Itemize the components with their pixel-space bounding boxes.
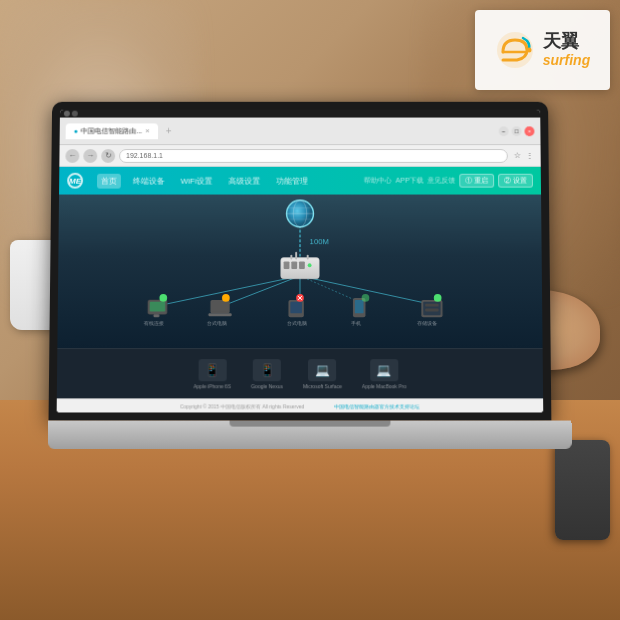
star-icon[interactable]: ☆ [512, 151, 522, 161]
device-label: Google Nexus [251, 383, 283, 389]
tianyi-text: 天翼 surfing [543, 32, 590, 68]
svg-point-23 [159, 294, 167, 302]
tianyi-logo: 天翼 surfing [475, 10, 610, 90]
laptop-screen: ● 中国电信智能路由... × + − □ × ← [57, 110, 544, 413]
brand-name-en: surfing [543, 52, 590, 68]
device-bar-item[interactable]: 📱 Apple iPhone 6S [193, 359, 231, 389]
minimize-icon[interactable]: − [499, 126, 509, 136]
maximize-icon[interactable]: □ [512, 126, 522, 136]
clock-time: 16:14 [514, 411, 539, 412]
iphone-icon: 📱 [198, 359, 226, 381]
surface-icon: 💻 [308, 359, 336, 381]
svg-rect-31 [290, 302, 302, 314]
address-text: 192.168.1.1 [126, 152, 163, 159]
taskbar-dot [72, 111, 78, 117]
svg-rect-27 [208, 313, 231, 316]
browser: ● 中国电信智能路由... × + − □ × ← [57, 118, 544, 413]
browser-nav: ← → ↻ 192.168.1.1 ☆ ⋮ [59, 145, 540, 167]
settings-icon[interactable]: ⋮ [525, 151, 535, 161]
svg-rect-43 [425, 309, 439, 312]
forward-button[interactable]: → [83, 149, 97, 163]
laptop-screen-outer: ● 中国电信智能路由... × + − □ × ← [49, 102, 552, 421]
nav-functions[interactable]: 功能管理 [272, 173, 312, 188]
nexus-icon: 📱 [253, 359, 281, 381]
svg-text:台式电脑: 台式电脑 [206, 320, 226, 326]
svg-rect-15 [299, 261, 305, 269]
svg-rect-13 [284, 261, 290, 269]
device-bar-item[interactable]: 📱 Google Nexus [251, 359, 283, 389]
device-label: Apple iPhone 6S [193, 383, 230, 389]
help-link[interactable]: 帮助中心 [364, 176, 392, 186]
svg-point-38 [362, 294, 370, 302]
svg-point-47 [526, 48, 531, 53]
device-bar-item[interactable]: 💻 Microsoft Surface [303, 359, 342, 389]
refresh-button[interactable]: ↻ [101, 149, 115, 163]
svg-rect-18 [295, 252, 297, 260]
svg-text:100M: 100M [310, 237, 329, 246]
feedback-link[interactable]: 意见反馈 [428, 176, 456, 186]
address-bar[interactable]: 192.168.1.1 [119, 149, 508, 163]
logo-text: ME [69, 176, 81, 185]
close-icon[interactable]: × [145, 126, 150, 135]
tianyi-logo-icon [495, 30, 535, 70]
win-clock: 16:14 2015/12/11 [514, 411, 539, 412]
svg-text:手机: 手机 [351, 320, 361, 326]
network-diagram: 100M [57, 195, 542, 349]
browser-tab[interactable]: ● 中国电信智能路由... × [66, 123, 158, 139]
app-logo-icon: ME [67, 173, 83, 189]
svg-line-2 [163, 276, 300, 305]
app-header: ME 首页 终端设备 Wi [59, 167, 541, 195]
svg-rect-22 [154, 314, 160, 317]
device-label: Apple MacBook Pro [362, 383, 406, 389]
svg-rect-21 [150, 302, 165, 312]
nav-wifi[interactable]: WiFi设置 [177, 173, 217, 188]
browser-chrome: ● 中国电信智能路由... × + − □ × [60, 118, 541, 146]
tab-title: 中国电信智能路由... [81, 126, 142, 136]
app-nav-right: 帮助中心 APP下载 意见反馈 ① 重启 ② 设置 [364, 174, 533, 188]
reboot-button[interactable]: ① 重启 [459, 174, 494, 188]
svg-point-44 [434, 294, 442, 302]
svg-rect-14 [291, 261, 297, 269]
svg-rect-26 [212, 302, 227, 312]
laptop-hinge [230, 421, 391, 427]
nav-devices[interactable]: 终端设备 [129, 173, 169, 188]
svg-text:存储设备: 存储设备 [418, 320, 438, 326]
svg-text:有线连接: 有线连接 [144, 320, 164, 326]
win-taskbar-top [60, 110, 540, 118]
svg-point-28 [222, 294, 230, 302]
taskbar-dot [64, 111, 70, 117]
svg-line-3 [226, 276, 300, 305]
setup-button[interactable]: ② 设置 [498, 174, 533, 188]
app-footer: Copyright © 2015 中国电信版权所有 All rights Res… [57, 398, 544, 412]
device-bar-item[interactable]: 💻 Apple MacBook Pro [362, 359, 406, 389]
network-area: 100M [57, 195, 542, 349]
app-logo: ME [67, 173, 83, 189]
background: ● 中国电信智能路由... × + − □ × ← [0, 0, 620, 620]
forum-link[interactable]: 中国电信智能路由器官方技术支持论坛 [334, 403, 419, 409]
back-button[interactable]: ← [65, 149, 79, 163]
svg-text:台式电脑: 台式电脑 [286, 320, 306, 326]
svg-rect-19 [307, 255, 309, 260]
app-download-link[interactable]: APP下载 [396, 176, 424, 186]
nav-home[interactable]: 首页 [97, 173, 121, 188]
nav-advanced[interactable]: 高级设置 [224, 173, 264, 188]
device-bar: 📱 Apple iPhone 6S 📱 Google Nexus [57, 348, 543, 398]
app-nav: 首页 终端设备 WiFi设置 高级设置 [97, 173, 312, 188]
copyright-text: Copyright © 2015 中国电信版权所有 All rights Res… [180, 403, 304, 409]
macbook-icon: 💻 [370, 359, 398, 381]
close-icon[interactable]: × [524, 126, 534, 136]
svg-rect-42 [425, 304, 438, 307]
new-tab-icon[interactable]: + [166, 125, 172, 136]
device-label: Microsoft Surface [303, 383, 342, 389]
svg-rect-37 [355, 300, 364, 313]
svg-point-16 [308, 263, 312, 267]
laptop-base [48, 421, 572, 449]
svg-rect-17 [290, 255, 292, 260]
router-app: ME 首页 终端设备 Wi [57, 167, 544, 413]
brand-name-cn: 天翼 [543, 32, 579, 52]
laptop: ● 中国电信智能路由... × + − □ × ← [48, 102, 572, 482]
